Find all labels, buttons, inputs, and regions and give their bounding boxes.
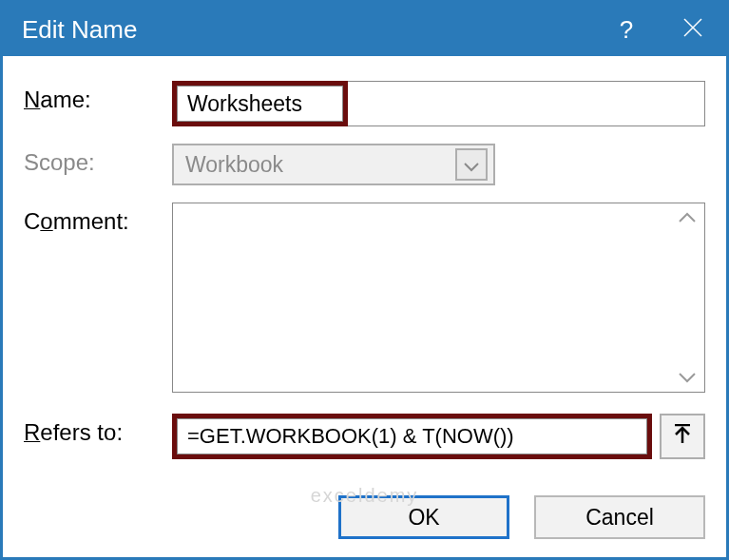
scope-dropdown: Workbook <box>172 144 495 185</box>
refers-highlight <box>172 414 652 459</box>
collapse-dialog-icon <box>673 424 692 449</box>
comment-label: Comment: <box>24 203 172 235</box>
name-highlight <box>172 81 348 126</box>
scope-value: Workbook <box>185 152 455 178</box>
chevron-down-icon <box>464 152 479 178</box>
name-label: Name: <box>24 81 172 113</box>
comment-textarea[interactable] <box>172 203 705 393</box>
comment-input-container <box>172 203 705 393</box>
comment-row: Comment: <box>24 203 705 393</box>
help-icon: ? <box>620 15 633 45</box>
scope-dropdown-button <box>455 148 488 181</box>
dialog-window: Edit Name ? Name: Scope: <box>0 0 729 560</box>
scope-row: Scope: Workbook <box>24 144 705 185</box>
name-input-extension[interactable] <box>348 81 705 126</box>
cancel-button[interactable]: Cancel <box>534 495 705 539</box>
close-button[interactable] <box>660 3 726 56</box>
dialog-button-row: OK Cancel <box>3 490 726 539</box>
scope-input-container: Workbook <box>172 144 705 185</box>
dialog-body: Name: Scope: Workbook <box>3 56 726 490</box>
scope-label: Scope: <box>24 144 172 176</box>
titlebar: Edit Name ? <box>3 3 726 56</box>
help-button[interactable]: ? <box>593 3 660 56</box>
close-icon <box>682 15 703 45</box>
refers-input-container <box>172 414 705 459</box>
name-row: Name: <box>24 81 705 126</box>
scroll-up-icon[interactable] <box>678 211 697 224</box>
refers-input[interactable] <box>177 418 647 454</box>
name-input[interactable] <box>177 86 343 122</box>
ok-button[interactable]: OK <box>338 495 509 539</box>
name-input-container <box>172 81 705 126</box>
refers-label: Refers to: <box>24 414 172 446</box>
refers-row: Refers to: <box>24 414 705 459</box>
scroll-down-icon[interactable] <box>678 371 697 384</box>
dialog-title: Edit Name <box>22 15 593 45</box>
collapse-dialog-button[interactable] <box>660 414 705 459</box>
